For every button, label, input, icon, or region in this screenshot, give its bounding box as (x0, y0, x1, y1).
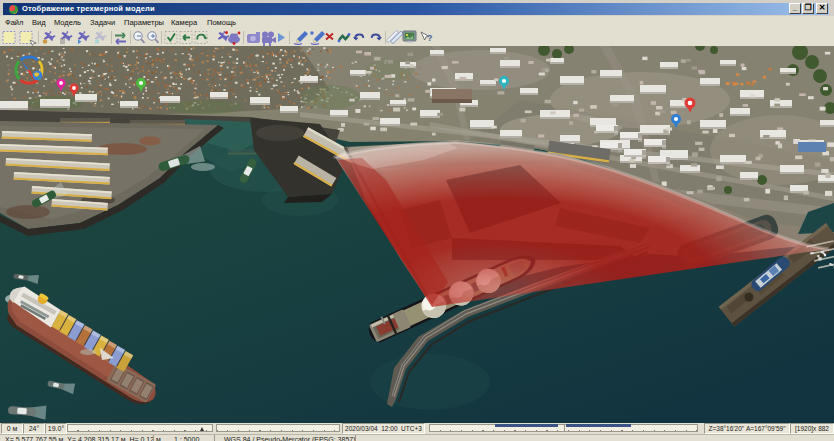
svg-text:?: ? (427, 33, 433, 43)
